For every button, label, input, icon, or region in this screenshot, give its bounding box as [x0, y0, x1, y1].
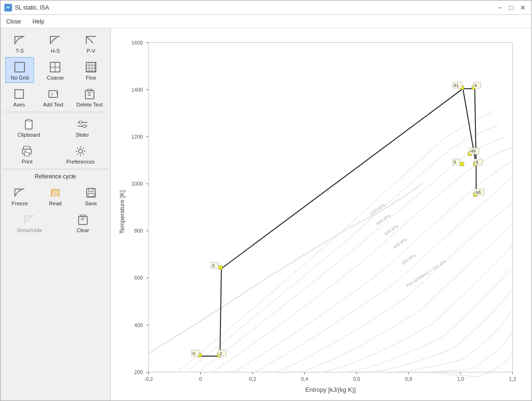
print-label: Print — [22, 159, 33, 165]
no-grid-button[interactable]: No Grid — [5, 57, 34, 83]
pv-icon — [83, 33, 99, 48]
plot-area: 1000 kPa 800 kPa 600 kPa 400 kPa 200 kPa… — [111, 28, 532, 401]
divider-2 — [2, 169, 108, 169]
menu-close[interactable]: Close — [4, 17, 23, 26]
main-area: T-S H-S — [0, 28, 532, 401]
read-icon — [47, 185, 63, 200]
point-3-label: 3 — [212, 263, 215, 268]
ylabel-1200: 1200 — [131, 134, 143, 140]
maximize-button[interactable]: □ — [507, 3, 516, 12]
xlabel-n02: -0,2 — [144, 376, 153, 382]
ylabel-1400: 1400 — [131, 87, 143, 93]
app-icon — [4, 4, 12, 12]
menu-bar: Close Help — [0, 15, 532, 28]
chart-svg: 1000 kPa 800 kPa 600 kPa 400 kPa 200 kPa… — [116, 33, 527, 396]
axes-icon — [12, 86, 27, 102]
title-bar-left: SL static, ISA — [4, 4, 49, 12]
preferences-button[interactable]: Preferences — [63, 141, 98, 167]
minimize-button[interactable]: − — [495, 3, 505, 12]
window-controls: − □ ✕ — [495, 3, 528, 12]
xlabel-04: 0,4 — [301, 376, 308, 382]
svg-point-33 — [79, 149, 82, 153]
axes-button[interactable]: Axes — [5, 84, 34, 110]
clear-label: Clear — [77, 227, 89, 233]
save-label: Save — [85, 200, 97, 206]
xlabel-06: 0,6 — [353, 376, 360, 382]
menu-help[interactable]: Help — [31, 17, 46, 26]
delete-text-label: Delete Text — [76, 102, 103, 107]
slider-icon — [75, 117, 90, 132]
hs-button[interactable]: H-S — [41, 30, 69, 56]
no-grid-label: No Grid — [11, 75, 29, 81]
coarse-label: Coarse — [47, 75, 64, 81]
svg-rect-14 — [49, 91, 58, 97]
delete-text-icon — [82, 86, 97, 102]
close-button[interactable]: ✕ — [518, 3, 528, 12]
ylabel-800: 800 — [134, 228, 143, 234]
x-axis-label: Entropy [kJ/(kg K)] — [305, 386, 356, 393]
svg-rect-13 — [15, 90, 23, 98]
show-hide-icon — [22, 212, 37, 227]
clipboard-button[interactable]: Clipboard — [14, 114, 43, 140]
ylabel-600: 600 — [134, 275, 143, 281]
xlabel-08: 0,8 — [405, 376, 412, 382]
hs-icon — [47, 33, 63, 48]
reference-tools-row2: Show/Hide Clear — [2, 210, 108, 236]
freeze-icon — [12, 185, 27, 200]
pv-button[interactable]: P-V — [77, 30, 105, 56]
svg-rect-31 — [24, 153, 29, 156]
save-button[interactable]: Save — [77, 183, 105, 209]
svg-rect-6 — [86, 62, 96, 72]
slider-label: Slider — [75, 132, 89, 138]
fine-label: Fine — [86, 75, 96, 81]
read-button[interactable]: Read — [41, 183, 69, 209]
fine-button[interactable]: Fine — [77, 57, 105, 83]
show-hide-button[interactable]: Show/Hide — [13, 210, 46, 236]
add-text-button[interactable]: T Add Text — [39, 84, 68, 110]
point-s8-label: s8 — [475, 189, 481, 195]
xlabel-02: 0,2 — [249, 376, 256, 382]
xlabel-12: 1,2 — [509, 376, 516, 382]
svg-rect-38 — [79, 216, 87, 224]
point-5-marker — [460, 162, 464, 166]
point-8-label: 8 — [475, 159, 478, 165]
ts-button[interactable]: T-S — [5, 30, 34, 56]
coarse-icon — [47, 59, 63, 75]
reference-cycle-title: Reference cycle — [2, 171, 108, 182]
point-5-label: 5 — [453, 159, 456, 165]
freeze-button[interactable]: Freeze — [5, 183, 34, 209]
svg-rect-35 — [89, 189, 93, 191]
point-49-label: 49 — [471, 148, 476, 153]
clear-button[interactable]: Clear — [69, 210, 97, 236]
chart-type-row: T-S H-S — [2, 30, 108, 56]
clear-icon — [75, 212, 91, 227]
save-icon — [83, 185, 99, 200]
svg-rect-24 — [27, 119, 31, 121]
coarse-button[interactable]: Coarse — [41, 57, 69, 83]
preferences-label: Preferences — [66, 159, 94, 165]
point-41-label: 41 — [453, 83, 459, 88]
add-text-icon: T — [46, 86, 61, 102]
print-icon — [19, 143, 35, 159]
slider-button[interactable]: Slider — [68, 114, 97, 140]
action-tools-row1: Clipboard Slider — [2, 114, 108, 140]
svg-rect-32 — [24, 151, 26, 152]
delete-text-button[interactable]: Delete Text — [73, 84, 106, 110]
sidebar: T-S H-S — [0, 28, 111, 401]
hs-label: H-S — [51, 48, 60, 54]
ts-icon — [12, 33, 27, 48]
freeze-label: Freeze — [12, 200, 28, 206]
clipboard-icon — [21, 117, 36, 132]
print-button[interactable]: Print — [12, 141, 41, 167]
ylabel-1000: 1000 — [131, 181, 143, 187]
main-window: SL static, ISA − □ ✕ Close Help — [0, 0, 532, 401]
clipboard-label: Clipboard — [17, 132, 40, 138]
point-3-marker — [219, 266, 222, 270]
window-title: SL static, ISA — [15, 4, 49, 11]
axes-label: Axes — [13, 102, 24, 107]
read-label: Read — [49, 200, 61, 206]
reference-tools-row1: Freeze Read — [2, 183, 108, 209]
xlabel-0: 0 — [199, 376, 202, 382]
svg-text:T: T — [51, 93, 53, 97]
ylabel-200: 200 — [134, 369, 143, 375]
